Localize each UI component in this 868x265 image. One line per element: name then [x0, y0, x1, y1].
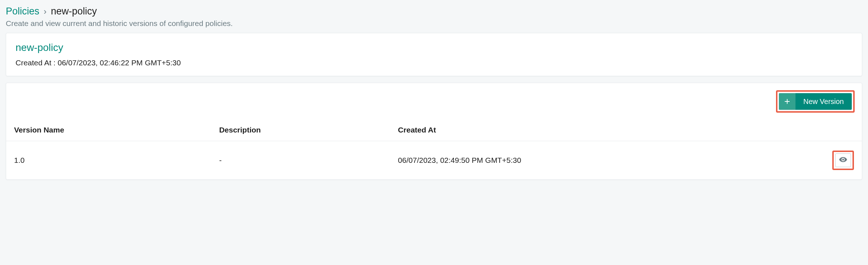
- breadcrumb-separator: ›: [44, 6, 47, 17]
- cell-created-at: 06/07/2023, 02:49:50 PM GMT+5:30: [390, 141, 822, 180]
- breadcrumb: Policies › new-policy: [6, 6, 862, 17]
- policy-header-card: new-policy Created At : 06/07/2023, 02:4…: [6, 33, 862, 76]
- new-version-button[interactable]: New Version: [779, 93, 852, 110]
- view-highlight: [832, 151, 854, 170]
- col-version-name: Version Name: [6, 119, 211, 141]
- page-subheading: Create and view current and historic ver…: [6, 19, 862, 28]
- versions-card: New Version Version Name Description Cre…: [6, 83, 862, 180]
- versions-table: Version Name Description Created At 1.0 …: [6, 119, 862, 179]
- new-version-label: New Version: [795, 93, 852, 110]
- breadcrumb-current: new-policy: [51, 6, 97, 17]
- policy-created-at: Created At : 06/07/2023, 02:46:22 PM GMT…: [16, 58, 852, 67]
- view-version-button[interactable]: [835, 153, 851, 167]
- table-row: 1.0 - 06/07/2023, 02:49:50 PM GMT+5:30: [6, 141, 862, 180]
- new-version-highlight: New Version: [776, 90, 855, 113]
- col-description: Description: [211, 119, 390, 141]
- col-created-at: Created At: [390, 119, 822, 141]
- breadcrumb-policies-link[interactable]: Policies: [6, 6, 39, 17]
- cell-description: -: [211, 141, 390, 180]
- col-actions: [822, 119, 862, 141]
- cell-version-name: 1.0: [6, 141, 211, 180]
- plus-icon: [779, 93, 795, 110]
- policy-title: new-policy: [16, 42, 852, 53]
- eye-icon: [839, 155, 847, 166]
